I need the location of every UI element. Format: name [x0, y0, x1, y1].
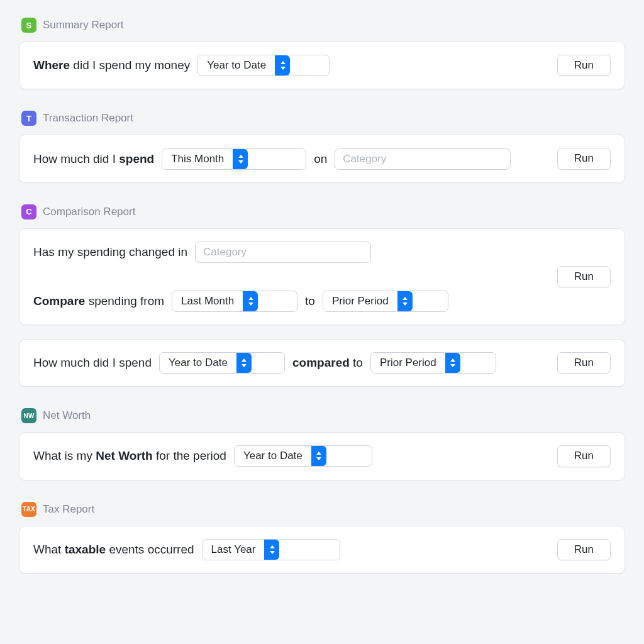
- compare-to-select[interactable]: Prior Period: [323, 291, 448, 312]
- run-button[interactable]: Run: [557, 55, 611, 76]
- compare-period-select[interactable]: Year to Date: [159, 352, 285, 374]
- card-content: What taxable events occurred Last Year: [33, 539, 548, 560]
- run-button[interactable]: Run: [557, 266, 611, 287]
- summary-text: Where did I spend my money: [33, 58, 190, 72]
- select-value: Year to Date: [235, 446, 311, 466]
- select-value: Year to Date: [160, 353, 236, 373]
- select-stepper-icon: [275, 55, 290, 75]
- comparison-changed-text: Has my spending changed in: [33, 245, 187, 259]
- card-content: Where did I spend my money Year to Date: [33, 55, 548, 76]
- transaction-on-label: on: [314, 152, 327, 166]
- card-content: What is my Net Worth for the period Year…: [33, 445, 548, 467]
- section-comparison-report: C Comparison Report Has my spending chan…: [19, 204, 625, 387]
- compare-to-label: to: [305, 294, 315, 308]
- section-title: Summary Report: [43, 19, 123, 31]
- run-button[interactable]: Run: [557, 445, 611, 467]
- summary-icon: S: [21, 18, 36, 33]
- select-value: Prior Period: [323, 291, 397, 311]
- comparison-icon: C: [21, 204, 36, 219]
- comparison-compare-text: Compare spending from: [33, 294, 164, 308]
- section-header: S Summary Report: [19, 18, 625, 33]
- section-tax-report: TAX Tax Report What taxable events occur…: [19, 502, 625, 574]
- select-value: This Month: [162, 149, 233, 169]
- summary-period-select[interactable]: Year to Date: [197, 55, 330, 76]
- comparison-category-input[interactable]: [195, 242, 371, 263]
- tax-text: What taxable events occurred: [33, 543, 194, 557]
- tax-period-select[interactable]: Last Year: [202, 539, 340, 560]
- networth-text: What is my Net Worth for the period: [33, 449, 226, 463]
- select-stepper-icon: [264, 540, 279, 560]
- select-stepper-icon: [236, 353, 252, 373]
- compare-spend-text: How much did I spend: [33, 356, 152, 370]
- section-header: TAX Tax Report: [19, 502, 625, 517]
- card-content: How much did I spend This Month on: [33, 148, 548, 170]
- transaction-text: How much did I spend: [33, 152, 154, 166]
- select-value: Year to Date: [198, 55, 275, 75]
- transaction-icon: T: [21, 111, 36, 126]
- section-header: T Transaction Report: [19, 111, 625, 126]
- compared-to-label: compared to: [292, 356, 363, 370]
- compare-against-select[interactable]: Prior Period: [370, 352, 496, 374]
- transaction-period-select[interactable]: This Month: [162, 148, 306, 170]
- compare-from-select[interactable]: Last Month: [172, 291, 297, 312]
- run-button[interactable]: Run: [557, 352, 611, 374]
- networth-card: What is my Net Worth for the period Year…: [19, 432, 625, 480]
- transaction-category-input[interactable]: [335, 148, 511, 170]
- run-button[interactable]: Run: [557, 148, 611, 169]
- card-content: Has my spending changed in Compare spend…: [33, 242, 548, 312]
- select-stepper-icon: [397, 291, 413, 311]
- comparison-card-2: How much did I spend Year to Date compar…: [19, 339, 625, 387]
- comparison-card-1: Has my spending changed in Compare spend…: [19, 228, 625, 325]
- section-header: NW Net Worth: [19, 408, 625, 423]
- select-stepper-icon: [445, 353, 460, 373]
- section-net-worth: NW Net Worth What is my Net Worth for th…: [19, 408, 625, 480]
- section-title: Comparison Report: [43, 206, 135, 218]
- section-transaction-report: T Transaction Report How much did I spen…: [19, 111, 625, 182]
- tax-icon: TAX: [21, 502, 36, 517]
- section-title: Net Worth: [43, 409, 91, 422]
- select-value: Last Month: [172, 291, 243, 311]
- select-value: Last Year: [203, 540, 265, 560]
- run-button[interactable]: Run: [557, 539, 611, 560]
- section-title: Tax Report: [43, 503, 94, 516]
- transaction-card: How much did I spend This Month on Run: [19, 135, 625, 182]
- summary-card: Where did I spend my money Year to Date …: [19, 42, 625, 89]
- select-stepper-icon: [233, 149, 248, 169]
- section-title: Transaction Report: [43, 112, 133, 125]
- section-summary-report: S Summary Report Where did I spend my mo…: [19, 18, 625, 89]
- select-value: Prior Period: [371, 353, 445, 373]
- networth-icon: NW: [21, 408, 36, 423]
- card-content: How much did I spend Year to Date compar…: [33, 352, 548, 374]
- tax-card: What taxable events occurred Last Year R…: [19, 526, 625, 574]
- select-stepper-icon: [243, 291, 258, 311]
- section-header: C Comparison Report: [19, 204, 625, 219]
- select-stepper-icon: [311, 446, 326, 466]
- networth-period-select[interactable]: Year to Date: [234, 445, 372, 467]
